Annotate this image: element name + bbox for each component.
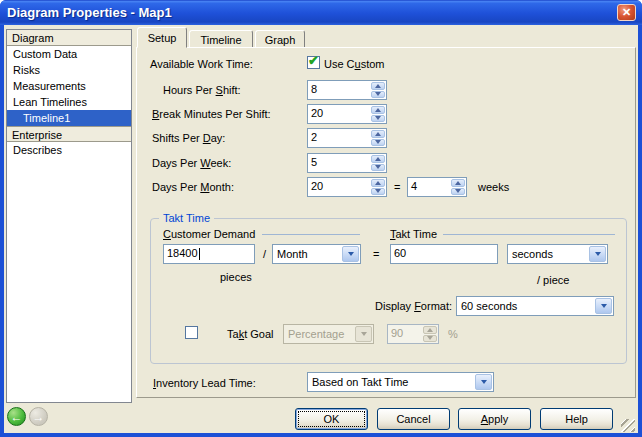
days-per-month-label: Days Per Month: xyxy=(152,181,234,193)
spin-down-button[interactable] xyxy=(451,188,465,196)
tab-graph[interactable]: Graph xyxy=(255,30,305,48)
spin-buttons xyxy=(370,81,386,99)
chevron-down-icon xyxy=(601,304,607,308)
spin-up-button[interactable] xyxy=(451,179,465,187)
takt-goal-label: Takt Goal xyxy=(227,328,273,340)
spin-down-button xyxy=(423,335,437,343)
dropdown-button[interactable] xyxy=(589,246,606,262)
days-per-week-field[interactable]: 5 xyxy=(307,153,387,173)
customer-demand-value: 18400 xyxy=(167,247,198,259)
shifts-per-day-label: Shifts Per Day: xyxy=(152,132,225,144)
tree-item-timeline1[interactable]: Timeline1 xyxy=(7,110,131,126)
weeks-field[interactable]: 4 xyxy=(407,177,467,197)
takt-time-legend: Takt Time xyxy=(159,212,214,224)
spin-up-button[interactable] xyxy=(371,82,385,90)
weeks-label: weeks xyxy=(478,181,509,193)
days-per-month-field[interactable]: 20 xyxy=(307,177,387,197)
dropdown-button xyxy=(355,326,372,342)
spin-up-button[interactable] xyxy=(371,106,385,114)
display-format-dropdown[interactable]: 60 seconds xyxy=(456,296,614,316)
close-icon: ✕ xyxy=(622,6,631,18)
display-format-value: 60 seconds xyxy=(457,300,594,312)
inventory-lead-time-value: Based on Takt Time xyxy=(308,376,474,388)
tab-setup[interactable]: Setup xyxy=(137,27,187,48)
weeks-value: 4 xyxy=(408,178,450,196)
back-button[interactable]: ← xyxy=(7,407,26,426)
days-per-month-value: 20 xyxy=(308,178,370,196)
available-work-time-label: Available Work Time: xyxy=(150,58,253,70)
back-arrow-icon: ← xyxy=(11,410,23,424)
takt-goal-type-dropdown: Percentage xyxy=(283,324,374,344)
per-piece-label: / piece xyxy=(537,274,569,286)
spin-down-button[interactable] xyxy=(371,139,385,147)
hours-per-shift-value: 8 xyxy=(308,81,370,99)
cancel-button[interactable]: Cancel xyxy=(377,408,450,430)
tree-item-lean-timelines[interactable]: Lean Timelines xyxy=(7,94,131,110)
spin-down-button[interactable] xyxy=(371,164,385,172)
tab-timeline[interactable]: Timeline xyxy=(189,30,253,48)
forward-button: → xyxy=(29,407,48,426)
spin-up-button[interactable] xyxy=(371,130,385,138)
text-caret xyxy=(199,248,200,260)
spin-up-button[interactable] xyxy=(371,179,385,187)
spin-down-icon xyxy=(375,189,381,193)
title-bar[interactable]: Diagram Properties - Map1 ✕ xyxy=(0,0,642,25)
use-custom-checkbox[interactable]: ✔ xyxy=(307,56,320,69)
hours-per-shift-field[interactable]: 8 xyxy=(307,80,387,100)
resize-grip[interactable] xyxy=(621,419,635,432)
demand-period-dropdown[interactable]: Month xyxy=(272,244,361,264)
shifts-per-day-field[interactable]: 2 xyxy=(307,128,387,148)
spin-down-icon xyxy=(375,92,381,96)
spin-up-icon xyxy=(375,84,381,88)
forward-arrow-icon: → xyxy=(33,410,45,424)
customer-demand-rule xyxy=(262,234,360,235)
window-title: Diagram Properties - Map1 xyxy=(7,5,172,20)
demand-period-value: Month xyxy=(273,248,341,260)
spin-up-icon xyxy=(375,181,381,185)
tree-section-enterprise: Enterprise xyxy=(7,126,131,142)
equals-sign: = xyxy=(394,181,400,193)
customer-demand-header: Customer Demand xyxy=(163,228,255,240)
spin-down-button[interactable] xyxy=(371,91,385,99)
spin-buttons xyxy=(370,178,386,196)
spin-down-button[interactable] xyxy=(371,188,385,196)
dropdown-button[interactable] xyxy=(342,246,359,262)
takt-time-input[interactable]: 60 xyxy=(390,244,498,264)
takt-time-rule xyxy=(443,234,615,235)
spin-buttons xyxy=(422,325,438,343)
spin-down-icon xyxy=(375,140,381,144)
hours-per-shift-label: Hours Per Shift: xyxy=(163,84,241,96)
spin-up-icon xyxy=(375,132,381,136)
dropdown-button[interactable] xyxy=(595,298,612,314)
break-minutes-label: Break Minutes Per Shift: xyxy=(152,108,271,120)
break-minutes-field[interactable]: 20 xyxy=(307,104,387,124)
spin-buttons xyxy=(450,178,466,196)
spin-buttons xyxy=(370,105,386,123)
tree-item-describes[interactable]: Describes xyxy=(7,142,131,158)
tree-item-custom-data[interactable]: Custom Data xyxy=(7,46,131,62)
equals-sign: = xyxy=(373,248,379,260)
spin-down-button[interactable] xyxy=(371,115,385,123)
takt-time-value: 60 xyxy=(394,247,406,259)
apply-button[interactable]: Apply xyxy=(458,408,531,430)
customer-demand-input[interactable]: 18400 xyxy=(163,244,255,264)
help-button[interactable]: Help xyxy=(540,408,613,430)
dropdown-button[interactable] xyxy=(475,374,492,390)
inventory-lead-time-dropdown[interactable]: Based on Takt Time xyxy=(307,372,494,392)
close-button[interactable]: ✕ xyxy=(617,4,636,21)
tree-item-measurements[interactable]: Measurements xyxy=(7,78,131,94)
chevron-down-icon xyxy=(348,252,354,256)
ok-button[interactable]: OK xyxy=(295,408,368,430)
days-per-week-value: 5 xyxy=(308,154,370,172)
category-tree: Diagram Custom Data Risks Measurements L… xyxy=(6,29,132,403)
days-per-week-label: Days Per Week: xyxy=(152,157,231,169)
tree-item-risks[interactable]: Risks xyxy=(7,62,131,78)
spin-up-icon xyxy=(427,328,433,332)
display-format-label: Display Format: xyxy=(375,300,452,312)
percent-label: % xyxy=(448,328,458,340)
spin-up-icon xyxy=(375,157,381,161)
spin-down-icon xyxy=(375,116,381,120)
spin-up-button[interactable] xyxy=(371,155,385,163)
takt-goal-checkbox[interactable] xyxy=(185,326,198,339)
takt-unit-dropdown[interactable]: seconds xyxy=(507,244,608,264)
